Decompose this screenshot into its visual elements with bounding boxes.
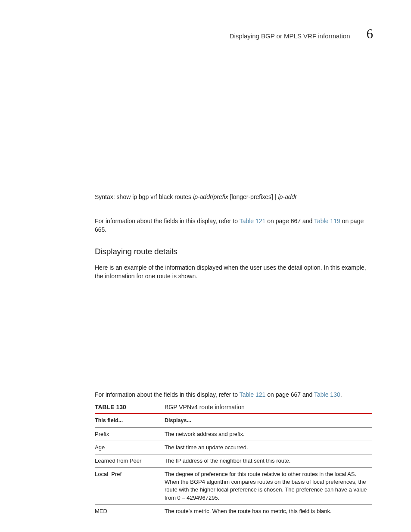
- table-row: MED The route's metric. When the route h…: [95, 504, 372, 518]
- description-paragraph: Here is an example of the information di…: [95, 263, 372, 281]
- syntax-opt: [longer-prefixes] |: [228, 193, 278, 200]
- syntax-arg: prefix: [214, 193, 228, 200]
- cell-desc: The route's metric. When the route has n…: [165, 504, 372, 518]
- table-row: Local_Pref The degree of preference for …: [95, 468, 372, 505]
- col-header-field: This field...: [95, 414, 165, 427]
- table-header-row: This field... Displays...: [95, 414, 372, 427]
- table-title-row: TABLE 130 BGP VPNv4 route information: [95, 401, 372, 413]
- syntax-label: Syntax:: [95, 193, 115, 200]
- syntax-arg: ip-addr: [193, 193, 212, 200]
- cell-field: Prefix: [95, 427, 165, 441]
- cell-field: MED: [95, 504, 165, 518]
- page-header: Displaying BGP or MPLS VRF information 6: [38, 27, 373, 41]
- info-paragraph: For information about the fields in this…: [95, 390, 372, 399]
- table-row: Learned from Peer The IP address of the …: [95, 454, 372, 467]
- text: on page 667 and: [265, 391, 314, 398]
- section-title: Displaying BGP or MPLS VRF information: [230, 31, 350, 41]
- col-header-displays: Displays...: [165, 414, 372, 427]
- table-ref-link[interactable]: Table 119: [314, 218, 340, 224]
- cell-desc: The degree of preference for this route …: [165, 468, 372, 505]
- info-paragraph: For information about the fields in this…: [95, 217, 372, 234]
- text: For information about the fields in this…: [95, 391, 240, 398]
- content-area: Syntax: show ip bgp vrf black routes ip-…: [38, 193, 373, 518]
- cell-field: Local_Pref: [95, 468, 165, 505]
- syntax-line: Syntax: show ip bgp vrf black routes ip-…: [95, 193, 372, 201]
- syntax-arg: ip-addr: [278, 193, 297, 200]
- cell-desc: The network address and prefix.: [165, 427, 372, 441]
- syntax-command: show ip bgp vrf black routes: [115, 193, 193, 200]
- route-info-table: This field... Displays... Prefix The net…: [95, 413, 372, 518]
- page: Displaying BGP or MPLS VRF information 6…: [0, 0, 411, 518]
- spacer: [95, 209, 372, 217]
- cell-field: Learned from Peer: [95, 454, 165, 467]
- text: on page 667 and: [265, 218, 314, 224]
- cell-field: Age: [95, 441, 165, 454]
- table-ref-link[interactable]: Table 121: [240, 391, 266, 398]
- table-ref-link[interactable]: Table 121: [240, 218, 266, 224]
- subsection-heading: Displaying route details: [95, 246, 372, 258]
- table-row: Prefix The network address and prefix.: [95, 427, 372, 441]
- table-caption: BGP VPNv4 route information: [165, 403, 245, 411]
- cell-desc: The IP address of the neighbor that sent…: [165, 454, 372, 467]
- cell-desc: The last time an update occurred.: [165, 441, 372, 454]
- table-number: TABLE 130: [95, 403, 165, 411]
- example-placeholder: [95, 289, 372, 390]
- text: For information about the fields in this…: [95, 218, 240, 224]
- table-row: Age The last time an update occurred.: [95, 441, 372, 454]
- chapter-number: 6: [367, 27, 374, 40]
- table-ref-link[interactable]: Table 130: [314, 391, 340, 398]
- text: .: [340, 391, 342, 398]
